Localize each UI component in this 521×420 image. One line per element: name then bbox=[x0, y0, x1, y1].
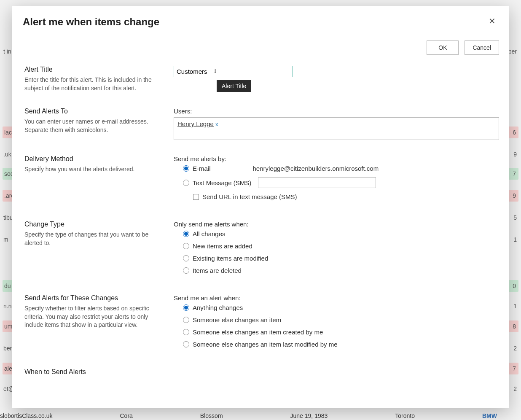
ok-button[interactable]: OK bbox=[427, 40, 459, 55]
change-type-opt: Items are deleted bbox=[193, 267, 242, 274]
dialog-button-row: OK Cancel bbox=[24, 40, 499, 55]
alert-dialog: Alert me when items change ✕ OK Cancel A… bbox=[12, 6, 509, 408]
alert-title-heading: Alert Title bbox=[24, 66, 164, 73]
alert-when-opt: Someone else changes an item last modifi… bbox=[193, 341, 338, 348]
user-chip-remove-icon[interactable]: x bbox=[215, 121, 218, 127]
alert-when-opt: Anything changes bbox=[193, 304, 243, 311]
alert-when-opt: Someone else changes an item created by … bbox=[193, 328, 323, 336]
change-type-heading: Change Type bbox=[24, 221, 164, 228]
sms-url-label: Send URL in text message (SMS) bbox=[202, 193, 297, 200]
alert-when-radio-else[interactable] bbox=[183, 317, 189, 323]
bg-cell: June 19, 1983 bbox=[290, 412, 328, 419]
delivery-label: Send me alerts by: bbox=[174, 155, 499, 162]
change-type-radio-new[interactable] bbox=[183, 243, 189, 249]
send-to-desc: You can enter user names or e-mail addre… bbox=[24, 118, 164, 134]
alert-when-opt: Someone else changes an item bbox=[193, 316, 281, 323]
delivery-heading: Delivery Method bbox=[24, 155, 164, 163]
dialog-header: Alert me when items change ✕ bbox=[12, 10, 509, 28]
user-chip[interactable]: Henry Legge bbox=[177, 120, 214, 127]
change-type-desc: Specify the type of changes that you wan… bbox=[24, 231, 164, 247]
send-to-heading: Send Alerts To bbox=[24, 108, 164, 115]
alert-when-label: Send me an alert when: bbox=[174, 294, 499, 302]
alert-title-input[interactable] bbox=[174, 66, 293, 77]
users-label: Users: bbox=[174, 108, 499, 115]
dialog-body[interactable]: OK Cancel Alert Title Enter the title fo… bbox=[12, 30, 509, 408]
bg-cell: Toronto bbox=[395, 412, 415, 419]
change-type-label: Only send me alerts when: bbox=[174, 221, 499, 228]
delivery-email-label: E-mail bbox=[193, 165, 211, 172]
users-people-picker[interactable]: Henry Leggex bbox=[174, 117, 499, 140]
alert-when-radio-created-by-me[interactable] bbox=[183, 329, 189, 335]
delivery-sms-radio[interactable] bbox=[183, 180, 189, 186]
alert-title-tooltip: Alert Title bbox=[217, 80, 251, 92]
dialog-title: Alert me when items change bbox=[23, 16, 486, 28]
delivery-sms-label: Text Message (SMS) bbox=[193, 179, 251, 186]
delivery-sms-input[interactable] bbox=[258, 177, 376, 188]
sms-url-checkbox[interactable] bbox=[193, 194, 199, 200]
bg-cell: Blossom bbox=[200, 412, 223, 419]
alert-when-radio-any[interactable] bbox=[183, 304, 189, 311]
change-type-opt: Existing items are modified bbox=[193, 255, 268, 262]
close-icon[interactable]: ✕ bbox=[486, 16, 498, 26]
alert-when-heading: Send Alerts for These Changes bbox=[24, 294, 164, 302]
cancel-button[interactable]: Cancel bbox=[465, 40, 499, 55]
change-type-radio-deleted[interactable] bbox=[183, 267, 189, 274]
alert-title-desc: Enter the title for this alert. This is … bbox=[24, 76, 164, 92]
change-type-radio-modified[interactable] bbox=[183, 255, 189, 261]
delivery-email-radio[interactable] bbox=[183, 165, 189, 172]
delivery-desc: Specify how you want the alerts delivere… bbox=[24, 165, 164, 174]
change-type-radio-all[interactable] bbox=[183, 231, 189, 237]
delivery-email-address: henrylegge@citizenbuilders.onmicrosoft.c… bbox=[253, 165, 379, 172]
bg-cell: Cora bbox=[120, 412, 133, 419]
bg-cell: slobortisClass.co.uk bbox=[0, 412, 53, 419]
alert-when-radio-modified-by-me[interactable] bbox=[183, 341, 189, 347]
background-bottom-row: slobortisClass.co.uk Cora Blossom June 1… bbox=[0, 412, 521, 420]
bg-cell-link: BMW bbox=[482, 412, 497, 419]
when-to-send-heading: When to Send Alerts bbox=[24, 368, 164, 376]
change-type-opt: New items are added bbox=[193, 242, 252, 250]
change-type-opt: All changes bbox=[193, 230, 226, 237]
alert-when-desc: Specify whether to filter alerts based o… bbox=[24, 304, 164, 329]
